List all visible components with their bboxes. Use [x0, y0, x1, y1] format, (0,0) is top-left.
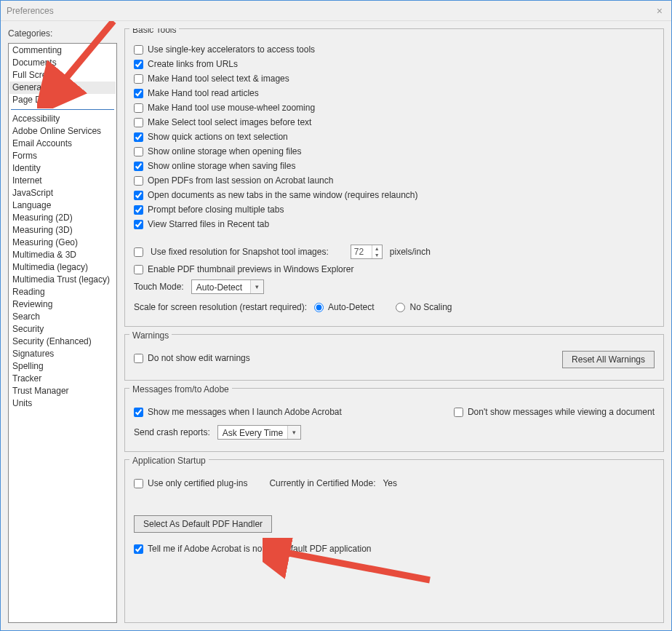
categories-list[interactable]: CommentingDocumentsFull ScreenGeneralPag… [8, 43, 117, 623]
category-item[interactable]: Measuring (2D) [9, 212, 116, 224]
basic-tools-option[interactable]: Make Hand tool use mouse-wheel zooming [134, 100, 655, 115]
tellme-default-checkbox[interactable] [134, 544, 143, 554]
category-item[interactable]: Identity [9, 162, 116, 175]
category-item[interactable]: Adobe Online Services [9, 125, 116, 138]
option-checkbox[interactable] [134, 205, 143, 215]
certified-mode-label: Currently in Certified Mode: [269, 478, 375, 488]
category-item[interactable]: General [9, 82, 116, 94]
snapshot-checkbox[interactable] [134, 247, 143, 257]
option-label: Open documents as new tabs in the same w… [148, 189, 418, 201]
category-item[interactable]: Reading [9, 286, 116, 298]
category-item[interactable]: Email Accounts [9, 138, 116, 150]
basic-tools-option[interactable]: View Starred files in Recent tab [134, 217, 655, 231]
basic-tools-option[interactable]: Show online storage when saving files [134, 159, 655, 173]
category-item[interactable]: Multimedia Trust (legacy) [9, 274, 116, 286]
snapshot-unit: pixels/inch [390, 247, 431, 257]
edit-warnings-option[interactable]: Do not show edit warnings [134, 351, 250, 365]
option-checkbox[interactable] [134, 60, 143, 69]
option-checkbox[interactable] [134, 132, 143, 142]
warnings-group: Warnings Do not show edit warnings Reset… [124, 334, 664, 381]
spinner-down-icon[interactable]: ▼ [372, 252, 382, 258]
preferences-dialog: Preferences × ▲ ▼ Categories: Commenting… [0, 0, 672, 631]
startup-group: Application Startup Use only certified p… [124, 459, 664, 623]
categories-sidebar: Categories: CommentingDocumentsFull Scre… [8, 28, 117, 623]
basic-tools-option[interactable]: Make Select tool select images before te… [134, 115, 655, 130]
touch-mode-value: Auto-Detect [192, 280, 250, 293]
category-item[interactable]: Spelling [9, 360, 116, 373]
basic-tools-option[interactable]: Prompt before closing multiple tabs [134, 202, 655, 217]
basic-tools-option[interactable]: Show online storage when opening files [134, 144, 655, 159]
option-label: Prompt before closing multiple tabs [148, 204, 284, 215]
group-title: Messages from/to Adobe [129, 384, 232, 389]
certified-mode-value: Yes [383, 478, 397, 488]
option-checkbox[interactable] [134, 89, 143, 98]
option-checkbox[interactable] [134, 191, 143, 200]
option-label: View Starred files in Recent tab [148, 218, 269, 230]
category-item[interactable]: Accessibility [9, 113, 116, 125]
option-checkbox[interactable] [134, 74, 143, 84]
basic-tools-group: Basic Tools Use single-key accelerators … [124, 28, 664, 327]
scale-none-radio[interactable] [396, 303, 405, 312]
option-checkbox[interactable] [134, 103, 143, 113]
basic-tools-option[interactable]: Make Hand tool read articles [134, 86, 655, 100]
scale-label: Scale for screen resolution (restart req… [134, 302, 307, 312]
hide-messages-option[interactable]: Don't show messages while viewing a docu… [454, 405, 655, 419]
option-checkbox[interactable] [134, 45, 143, 55]
basic-tools-option[interactable]: Make Hand tool select text & images [134, 71, 655, 86]
category-item[interactable]: Security [9, 323, 116, 336]
touch-mode-select[interactable]: Auto-Detect ▾ [191, 279, 264, 294]
touch-mode-row: Touch Mode: Auto-Detect ▾ [134, 277, 655, 297]
category-item[interactable]: Signatures [9, 348, 116, 360]
dialog-body: Categories: CommentingDocumentsFull Scre… [1, 21, 671, 630]
category-item[interactable]: Multimedia (legacy) [9, 261, 116, 274]
category-item[interactable]: Measuring (3D) [9, 224, 116, 237]
category-item[interactable]: Page Display [9, 94, 116, 106]
basic-tools-option[interactable]: Show quick actions on text selection [134, 130, 655, 144]
category-item[interactable]: Documents [9, 57, 116, 69]
crash-reports-select[interactable]: Ask Every Time ▾ [217, 425, 301, 440]
scale-auto-option[interactable]: Auto-Detect [314, 300, 374, 314]
default-pdf-handler-button[interactable]: Select As Default PDF Handler [134, 515, 272, 533]
basic-tools-option[interactable]: Open PDFs from last session on Acrobat l… [134, 173, 655, 188]
basic-tools-option[interactable]: Use single-key accelerators to access to… [134, 42, 655, 57]
option-checkbox[interactable] [134, 162, 143, 171]
spinner-up-icon[interactable]: ▲ [372, 245, 382, 252]
category-item[interactable]: Full Screen [9, 69, 116, 82]
category-item[interactable]: Reviewing [9, 298, 116, 311]
show-messages-option[interactable]: Show me messages when I launch Adobe Acr… [134, 405, 342, 419]
scale-auto-radio[interactable] [314, 303, 324, 312]
basic-tools-option[interactable]: Create links from URLs [134, 57, 655, 71]
snapshot-spinner[interactable]: ▲▼ [351, 245, 383, 259]
category-item[interactable]: Tracker [9, 373, 116, 385]
category-item[interactable]: Language [9, 199, 116, 212]
option-checkbox[interactable] [134, 147, 143, 156]
category-item[interactable]: Internet [9, 175, 116, 187]
close-icon[interactable]: × [654, 6, 665, 16]
show-messages-checkbox[interactable] [134, 408, 143, 417]
certified-plugins-checkbox[interactable] [134, 479, 143, 488]
thumbnail-checkbox[interactable] [134, 265, 143, 274]
category-item[interactable]: JavaScript [9, 187, 116, 199]
category-item[interactable]: Multimedia & 3D [9, 249, 116, 261]
certified-plugins-option[interactable]: Use only certified plug-ins [134, 476, 247, 491]
category-item[interactable]: Units [9, 397, 116, 410]
option-checkbox[interactable] [134, 118, 143, 127]
thumbnail-row: Enable PDF thumbnail previews in Windows… [134, 262, 655, 277]
basic-tools-option[interactable]: Open documents as new tabs in the same w… [134, 188, 655, 202]
reset-warnings-button[interactable]: Reset All Warnings [562, 351, 655, 368]
tellme-default-option[interactable]: Tell me if Adobe Acrobat is not my defau… [134, 541, 655, 556]
category-item[interactable]: Forms [9, 150, 116, 162]
snapshot-value[interactable] [351, 245, 372, 258]
option-checkbox[interactable] [134, 176, 143, 186]
hide-messages-checkbox[interactable] [454, 408, 463, 417]
category-item[interactable]: Commenting [9, 44, 116, 57]
option-label: Show quick actions on text selection [148, 131, 288, 143]
category-item[interactable]: Search [9, 311, 116, 323]
scale-none-option[interactable]: No Scaling [396, 300, 452, 314]
category-item[interactable]: Trust Manager [9, 385, 116, 397]
edit-warnings-checkbox[interactable] [134, 354, 143, 363]
category-item[interactable]: Measuring (Geo) [9, 237, 116, 249]
messages-group: Messages from/to Adobe Show me messages … [124, 388, 664, 452]
option-checkbox[interactable] [134, 220, 143, 229]
category-item[interactable]: Security (Enhanced) [9, 336, 116, 348]
